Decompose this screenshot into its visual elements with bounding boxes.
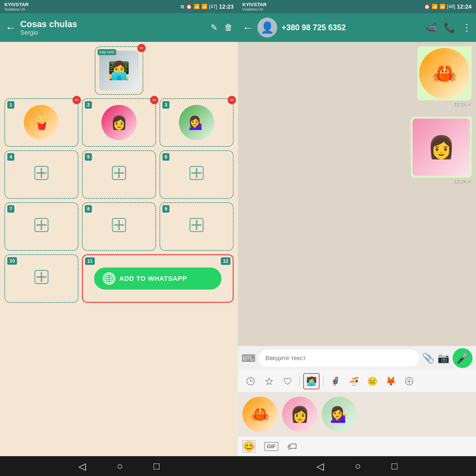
sticker-cell-4[interactable]: 4 <box>4 150 78 199</box>
chat-header: ← 👤 +380 98 725 6352 📹 📞 ⋮ <box>238 13 476 42</box>
checkmark-icon-2: ✓ <box>468 179 472 185</box>
sticker-cell-6[interactable]: 6 <box>160 150 234 199</box>
sticker-cell-8[interactable]: 8 <box>82 202 156 251</box>
sticker-number-12: 12 <box>221 257 231 265</box>
avatar-person-icon: 👤 <box>260 21 274 34</box>
sticker-number-8: 8 <box>85 205 92 213</box>
featured-remove-btn[interactable]: − <box>137 44 146 52</box>
wifi-icon-r: 📶 <box>432 4 438 9</box>
more-options-icon[interactable]: ⋮ <box>462 22 472 33</box>
sticker-cell-1[interactable]: 1 − 🍟 <box>4 98 78 147</box>
nav-recent-left[interactable]: □ <box>153 460 160 472</box>
mic-button[interactable]: 🎤 <box>453 348 473 368</box>
chat-avatar[interactable]: 👤 <box>257 18 277 37</box>
add-sticker-icon-8 <box>111 217 127 236</box>
edit-icon[interactable]: ✎ <box>211 23 218 32</box>
sticker-number-4: 4 <box>7 153 14 161</box>
nav-back-right[interactable]: ◁ <box>316 460 324 472</box>
delete-icon[interactable]: 🗑 <box>224 23 233 32</box>
sticker-tab-heart[interactable] <box>279 373 296 389</box>
video-call-icon[interactable]: 📹 <box>425 22 437 33</box>
main-content: ← Cosas chulas Sergio ✎ 🗑 tray icon − <box>0 13 476 456</box>
sticker-tab-favorites[interactable] <box>261 373 277 389</box>
add-sticker-icon-9 <box>189 217 204 236</box>
sticker-tab-separator <box>299 376 300 387</box>
featured-sticker-row: tray icon − 👩‍💻 <box>4 46 234 95</box>
chat-contact-phone[interactable]: +380 98 725 6352 <box>282 23 421 32</box>
sticker-remove-1[interactable]: − <box>72 96 81 104</box>
sticker-tab-pack3[interactable]: 🍜 <box>345 373 362 389</box>
sticker-img-3: 💁‍♀️ <box>179 105 214 140</box>
nav-bar: ◁ ○ □ ◁ ○ □ <box>0 456 476 476</box>
sticker-tab-separator2 <box>323 376 323 387</box>
sticker-tabs: 👩‍💻 🦸 🍜 😐 🦊 <box>238 370 476 392</box>
back-button[interactable]: ← <box>5 22 16 34</box>
keyboard-icon[interactable]: ⌨ <box>241 353 256 364</box>
sticker-cell-3[interactable]: 3 − 💁‍♀️ <box>160 98 234 147</box>
add-row: 10 11 12 <box>4 254 234 303</box>
sticker-cell-7[interactable]: 7 <box>4 202 78 251</box>
message-time-1: 12:24 ✓ <box>454 102 472 107</box>
sticker-tab-pack4[interactable]: 😐 <box>364 373 380 389</box>
sticker-number-10: 10 <box>7 257 17 265</box>
status-bar-right: KYIVSTAR Vodafone UA ⏰ 📶 📶 [48] 12:24 <box>238 0 476 13</box>
sticker-cell-9[interactable]: 9 <box>160 202 234 251</box>
sticker-tab-pack1[interactable]: 👩‍💻 <box>303 373 320 389</box>
add-sticker-icon-10 <box>34 269 49 288</box>
chat-back-button[interactable]: ← <box>242 22 253 34</box>
sticker-pack-title: Cosas chulas <box>20 19 206 29</box>
shelf-sticker-1[interactable]: 🦀 <box>242 397 278 432</box>
sticker-tab-button[interactable]: 🏷 <box>287 441 297 452</box>
status-icons-right: ⏰ 📶 📶 [48] 12:24 <box>424 3 472 10</box>
sticker-cell-2[interactable]: 2 − 👩 <box>82 98 156 147</box>
add-sticker-icon-7 <box>34 217 49 236</box>
voice-call-icon[interactable]: 📞 <box>444 22 456 33</box>
add-to-whatsapp-container: 11 12 ADD TO WHATSAPP <box>82 254 234 303</box>
sticker-tab-recent[interactable] <box>242 373 259 389</box>
sticker-number-2: 2 <box>85 101 92 109</box>
message-input[interactable] <box>259 350 419 367</box>
chat-messages: 🦀 12:24 ✓ 👩 12:24 ✓ <box>238 42 476 346</box>
sticker-tab-add[interactable] <box>401 373 417 389</box>
add-to-whatsapp-button[interactable]: ADD TO WHATSAPP <box>94 268 221 289</box>
nav-section-right: ◁ ○ □ <box>238 460 476 472</box>
header-action-icons: ✎ 🗑 <box>211 23 233 32</box>
featured-sticker-cell[interactable]: tray icon − 👩‍💻 <box>95 46 143 95</box>
sticker-cell-5[interactable]: 5 <box>82 150 156 199</box>
signal-icon-r: 📶 <box>440 4 445 9</box>
emoji-button[interactable]: 😊 <box>242 440 255 453</box>
input-bar: ⌨ 📎 📷 🎤 <box>238 346 476 370</box>
sticker-img-2: 👩 <box>101 105 137 140</box>
nav-section-left: ◁ ○ □ <box>0 460 238 472</box>
header-info: Cosas chulas Sergio <box>20 19 206 36</box>
sticker-number-9: 9 <box>162 205 170 213</box>
nav-home-left[interactable]: ○ <box>117 460 123 472</box>
nav-recent-right[interactable]: □ <box>391 460 398 472</box>
battery-left: [47] <box>209 4 217 9</box>
alarm-icon-r: ⏰ <box>424 4 430 9</box>
gif-button[interactable]: GIF <box>264 442 278 451</box>
sticker-number-1: 1 <box>7 101 14 109</box>
chat-header-actions: 📹 📞 ⋮ <box>425 22 472 33</box>
camera-icon[interactable]: 📷 <box>437 352 450 364</box>
checkmark-icon-1: ✓ <box>468 102 472 107</box>
shelf-sticker-3[interactable]: 💁‍♀️ <box>322 397 357 432</box>
sticker-tab-pack5[interactable]: 🦊 <box>383 373 399 389</box>
message-out-2: 👩 12:24 ✓ <box>411 117 472 185</box>
sticker-remove-2[interactable]: − <box>150 96 158 104</box>
left-header: ← Cosas chulas Sergio ✎ 🗑 <box>0 13 238 42</box>
tray-icon-label: tray icon <box>98 49 116 55</box>
nav-back-left[interactable]: ◁ <box>78 460 86 472</box>
time-left: 12:23 <box>219 3 234 10</box>
add-sticker-icon-6 <box>189 165 204 184</box>
shelf-sticker-2[interactable]: 👩 <box>282 397 317 432</box>
sticker-number-6: 6 <box>162 153 170 161</box>
featured-sticker-image: 👩‍💻 <box>99 51 139 90</box>
attach-icon[interactable]: 📎 <box>422 352 434 364</box>
sticker-remove-3[interactable]: − <box>228 96 236 104</box>
sticker-tab-pack2[interactable]: 🦸 <box>327 373 343 389</box>
sticker-cell-10[interactable]: 10 <box>4 254 78 303</box>
sticker-number-5: 5 <box>85 153 92 161</box>
sticker-number-7: 7 <box>7 205 14 213</box>
nav-home-right[interactable]: ○ <box>355 460 361 472</box>
